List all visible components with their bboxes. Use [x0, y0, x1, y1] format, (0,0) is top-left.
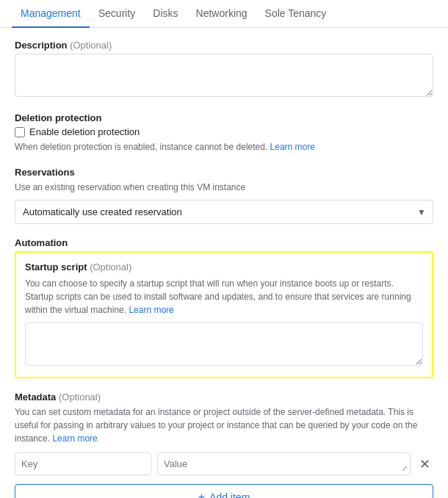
- metadata-row: ⤢ ✕: [15, 452, 433, 475]
- reservations-dropdown[interactable]: Automatically use created reservation Se…: [15, 200, 433, 224]
- deletion-protection-section: Deletion protection Enable deletion prot…: [15, 112, 433, 154]
- deletion-protection-desc: When deletion protection is enabled, ins…: [15, 140, 433, 154]
- deletion-protection-checkbox-row: Enable deletion protection: [15, 126, 433, 137]
- tab-security[interactable]: Security: [90, 0, 145, 28]
- add-item-label: Add item: [209, 491, 250, 498]
- startup-script-input[interactable]: [25, 322, 423, 366]
- tab-management[interactable]: Management: [12, 0, 90, 28]
- tabs-container: Management Security Disks Networking Sol…: [0, 0, 448, 28]
- metadata-label: Metadata (Optional): [15, 391, 433, 403]
- startup-script-label: Startup script (Optional): [25, 261, 423, 273]
- startup-script-learn-more[interactable]: Learn more: [129, 305, 173, 315]
- metadata-value-input[interactable]: [157, 452, 411, 475]
- tab-sole-tenancy[interactable]: Sole Tenancy: [256, 0, 336, 28]
- automation-section: Automation Startup script (Optional) You…: [15, 237, 433, 378]
- automation-label: Automation: [15, 237, 433, 248]
- metadata-value-wrapper: ⤢: [157, 452, 411, 475]
- automation-highlight-box: Startup script (Optional) You can choose…: [15, 251, 433, 378]
- reservations-label: Reservations: [15, 167, 433, 178]
- description-input[interactable]: [15, 54, 433, 97]
- main-content: Description (Optional) Deletion protecti…: [0, 28, 448, 498]
- metadata-desc: You can set custom metadata for an insta…: [15, 405, 433, 445]
- deletion-protection-label: Deletion protection: [15, 112, 433, 123]
- metadata-section: Metadata (Optional) You can set custom m…: [15, 391, 433, 498]
- metadata-learn-more[interactable]: Learn more: [52, 433, 97, 444]
- metadata-key-input[interactable]: [15, 452, 151, 475]
- deletion-protection-checkbox-label[interactable]: Enable deletion protection: [29, 126, 140, 137]
- startup-script-desc: You can choose to specify a startup scri…: [25, 277, 423, 317]
- metadata-delete-button[interactable]: ✕: [416, 455, 433, 474]
- add-item-button[interactable]: + Add item: [15, 484, 433, 498]
- description-label: Description (Optional): [15, 40, 433, 51]
- plus-icon: +: [198, 491, 205, 498]
- reservations-section: Reservations Use an existing reservation…: [15, 167, 433, 224]
- description-section: Description (Optional): [15, 40, 433, 99]
- deletion-protection-checkbox[interactable]: [15, 127, 25, 137]
- deletion-protection-learn-more[interactable]: Learn more: [270, 142, 315, 152]
- tab-networking[interactable]: Networking: [187, 0, 256, 28]
- reservations-desc: Use an existing reservation when creatin…: [15, 181, 433, 194]
- reservations-select-wrapper: Automatically use created reservation Se…: [15, 200, 433, 224]
- tab-disks[interactable]: Disks: [144, 0, 187, 28]
